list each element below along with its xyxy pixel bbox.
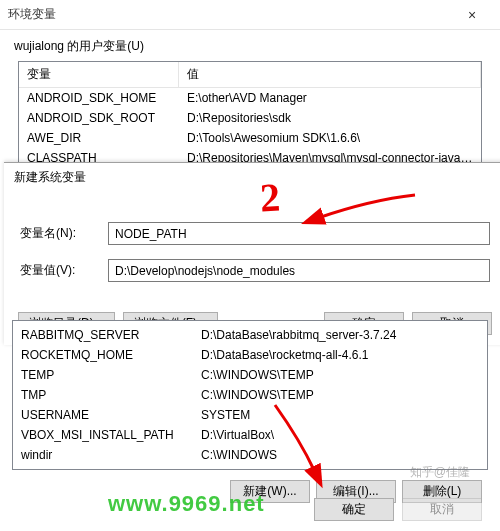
var-value-cell: C:\WINDOWS\TEMP bbox=[193, 367, 487, 383]
table-row[interactable]: TMPC:\WINDOWS\TEMP bbox=[13, 385, 487, 405]
table-row[interactable]: ROCKETMQ_HOMED:\DataBase\rocketmq-all-4.… bbox=[13, 345, 487, 365]
system-variables-list[interactable]: RABBITMQ_SERVERD:\DataBase\rabbitmq_serv… bbox=[12, 320, 488, 470]
var-value-cell: C:\WINDOWS bbox=[193, 447, 487, 463]
footer-buttons: 确定 取消 bbox=[314, 498, 482, 521]
var-value-cell: E:\other\AVD Manager bbox=[179, 90, 481, 106]
var-name-cell: ROCKETMQ_HOME bbox=[13, 347, 193, 363]
table-row[interactable]: windirC:\WINDOWS bbox=[13, 445, 487, 465]
var-value-input[interactable] bbox=[108, 259, 490, 282]
new-system-variable-dialog: 新建系统变量 变量名(N): 变量值(V): 浏览目录(D)... 浏览文件(F… bbox=[4, 162, 500, 345]
var-value-cell: C:\WINDOWS\TEMP bbox=[193, 387, 487, 403]
var-value-cell: D:\Tools\Awesomium SDK\1.6.6\ bbox=[179, 130, 481, 146]
close-icon[interactable]: × bbox=[452, 7, 492, 23]
var-value-cell: D:\DataBase\rocketmq-all-4.6.1 bbox=[193, 347, 487, 363]
var-value-cell: D:\DataBase\rabbitmq_server-3.7.24 bbox=[193, 327, 487, 343]
var-name-cell: TMP bbox=[13, 387, 193, 403]
col-value-header[interactable]: 值 bbox=[179, 62, 481, 87]
var-name-label: 变量名(N): bbox=[20, 225, 94, 242]
system-variables-section: RABBITMQ_SERVERD:\DataBase\rabbitmq_serv… bbox=[12, 320, 488, 509]
var-value-label: 变量值(V): bbox=[20, 262, 94, 279]
list-header: 变量 值 bbox=[19, 62, 481, 88]
dialog-title: 新建系统变量 bbox=[4, 163, 500, 192]
table-row[interactable]: ANDROID_SDK_ROOTD:\Repositories\sdk bbox=[19, 108, 481, 128]
var-name-cell: TEMP bbox=[13, 367, 193, 383]
user-variables-list[interactable]: 变量 值 ANDROID_SDK_HOMEE:\other\AVD Manage… bbox=[18, 61, 482, 169]
table-row[interactable]: USERNAMESYSTEM bbox=[13, 405, 487, 425]
var-value-cell: D:\VirtualBox\ bbox=[193, 427, 487, 443]
table-row[interactable]: AWE_DIRD:\Tools\Awesomium SDK\1.6.6\ bbox=[19, 128, 481, 148]
titlebar: 环境变量 × bbox=[0, 0, 500, 30]
var-name-cell: RABBITMQ_SERVER bbox=[13, 327, 193, 343]
var-name-cell: ANDROID_SDK_HOME bbox=[19, 90, 179, 106]
var-name-cell: VBOX_MSI_INSTALL_PATH bbox=[13, 427, 193, 443]
window-title: 环境变量 bbox=[8, 6, 56, 23]
table-row[interactable]: VBOX_MSI_INSTALL_PATHD:\VirtualBox\ bbox=[13, 425, 487, 445]
user-variables-section: wujialong 的用户变量(U) 变量 值 ANDROID_SDK_HOME… bbox=[0, 30, 500, 173]
cancel-button[interactable]: 取消 bbox=[402, 498, 482, 521]
var-name-cell: USERNAME bbox=[13, 407, 193, 423]
ok-button[interactable]: 确定 bbox=[314, 498, 394, 521]
var-value-cell: SYSTEM bbox=[193, 407, 487, 423]
new-button[interactable]: 新建(W)... bbox=[230, 480, 310, 503]
col-name-header[interactable]: 变量 bbox=[19, 62, 179, 87]
var-name-cell: windir bbox=[13, 447, 193, 463]
table-row[interactable]: RABBITMQ_SERVERD:\DataBase\rabbitmq_serv… bbox=[13, 325, 487, 345]
user-group-label: wujialong 的用户变量(U) bbox=[14, 38, 486, 55]
table-row[interactable]: ANDROID_SDK_HOMEE:\other\AVD Manager bbox=[19, 88, 481, 108]
var-name-input[interactable] bbox=[108, 222, 490, 245]
table-row[interactable]: TEMPC:\WINDOWS\TEMP bbox=[13, 365, 487, 385]
var-name-cell: AWE_DIR bbox=[19, 130, 179, 146]
var-value-cell: D:\Repositories\sdk bbox=[179, 110, 481, 126]
var-name-cell: ANDROID_SDK_ROOT bbox=[19, 110, 179, 126]
